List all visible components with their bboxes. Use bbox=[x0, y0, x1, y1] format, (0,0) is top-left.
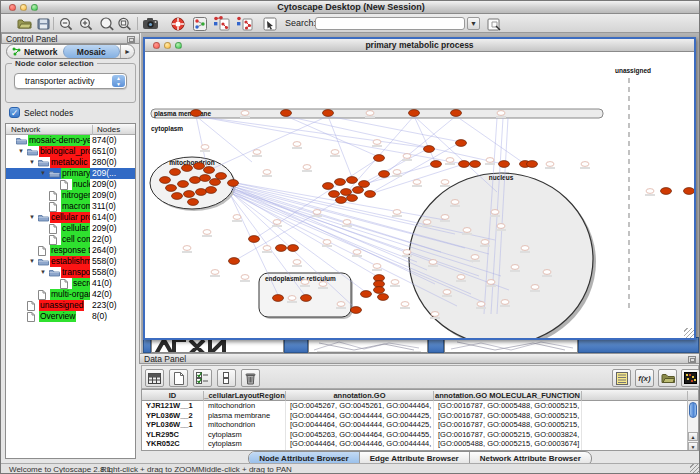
search-config-icon[interactable] bbox=[487, 16, 501, 31]
node-label-stub[interactable] bbox=[365, 116, 375, 118]
node-label-stub[interactable] bbox=[470, 260, 480, 262]
network-node-highlighted[interactable] bbox=[374, 287, 385, 294]
network-node[interactable] bbox=[457, 275, 465, 280]
network-node[interactable] bbox=[501, 300, 509, 305]
table-column-header[interactable]: annotation.GO MOLECULAR_FUNCTION bbox=[434, 391, 582, 401]
network-node-highlighted[interactable] bbox=[301, 295, 312, 302]
network-node[interactable] bbox=[431, 312, 439, 317]
node-label-stub[interactable] bbox=[545, 167, 555, 169]
tree-row[interactable]: mosaic-demo-yeast874(0) bbox=[6, 135, 135, 146]
node-label-stub[interactable] bbox=[450, 205, 460, 207]
node-label-stub[interactable] bbox=[440, 185, 450, 187]
network-node-highlighted[interactable] bbox=[347, 195, 358, 202]
node-label-stub[interactable] bbox=[428, 265, 438, 267]
node-label-stub[interactable] bbox=[500, 305, 510, 307]
network-node[interactable] bbox=[241, 111, 249, 116]
network-node[interactable] bbox=[413, 180, 421, 185]
network-node-highlighted[interactable] bbox=[323, 110, 334, 117]
node-label-stub[interactable] bbox=[462, 233, 472, 235]
network-node-highlighted[interactable] bbox=[210, 179, 221, 186]
node-label-stub[interactable] bbox=[262, 175, 272, 177]
node-label-stub[interactable] bbox=[542, 275, 552, 277]
network-node-highlighted[interactable] bbox=[160, 177, 171, 184]
network-node[interactable] bbox=[303, 165, 311, 170]
tree-row[interactable]: response to stimulu264(0) bbox=[6, 245, 135, 256]
zoom-out-icon[interactable] bbox=[59, 16, 73, 31]
network-node-highlighted[interactable] bbox=[273, 295, 284, 302]
node-color-dropdown[interactable]: transporter activity ▲▼ bbox=[14, 73, 127, 89]
table-row[interactable]: YKR052Ccytoplasm[GO:0044464, GO:0044446,… bbox=[142, 439, 698, 449]
network-node-highlighted[interactable] bbox=[379, 171, 390, 178]
import-attributes-icon[interactable] bbox=[658, 369, 677, 387]
network-node[interactable] bbox=[323, 240, 331, 245]
node-label-stub[interactable] bbox=[302, 170, 312, 172]
network-node-highlighted[interactable] bbox=[204, 167, 215, 174]
attribute-list-icon[interactable] bbox=[612, 369, 631, 387]
network-node[interactable] bbox=[443, 290, 451, 295]
network-node-highlighted[interactable] bbox=[182, 165, 193, 172]
network-node[interactable] bbox=[471, 255, 479, 260]
network-node-highlighted[interactable] bbox=[184, 191, 195, 198]
node-label-stub[interactable] bbox=[490, 215, 500, 217]
network-node-highlighted[interactable] bbox=[281, 110, 292, 117]
network-node-highlighted[interactable] bbox=[335, 179, 346, 186]
network-node-highlighted[interactable] bbox=[228, 180, 239, 187]
network-node-highlighted[interactable] bbox=[499, 161, 510, 168]
annotation-icon[interactable] bbox=[263, 16, 277, 31]
network-node[interactable] bbox=[521, 246, 529, 251]
node-label-stub[interactable] bbox=[530, 290, 540, 292]
attribute-table-icon[interactable] bbox=[145, 369, 164, 387]
network-node-highlighted[interactable] bbox=[172, 193, 183, 200]
network-node-highlighted[interactable] bbox=[661, 188, 672, 195]
node-label-stub[interactable] bbox=[400, 307, 410, 309]
node-label-stub[interactable] bbox=[318, 287, 328, 289]
network-node-highlighted[interactable] bbox=[336, 197, 347, 204]
tree-row[interactable]: multi-organism pro42(0) bbox=[6, 289, 135, 300]
network-node-highlighted[interactable] bbox=[200, 175, 211, 182]
app-resize-grip[interactable] bbox=[690, 464, 700, 474]
network-node[interactable] bbox=[263, 246, 271, 251]
table-row[interactable]: YPL036W__2plasma membrane[GO:0044464, GO… bbox=[142, 411, 698, 421]
network-node[interactable] bbox=[403, 154, 411, 159]
table-row[interactable]: YPL036W__1mitochondrion[GO:0044464, GO:0… bbox=[142, 420, 698, 430]
network-node[interactable] bbox=[331, 150, 339, 155]
network-node[interactable] bbox=[263, 170, 271, 175]
node-label-stub[interactable] bbox=[456, 280, 466, 282]
node-label-stub[interactable] bbox=[372, 269, 382, 271]
network-node-highlighted[interactable] bbox=[249, 236, 260, 243]
table-column-header[interactable]: annotation.GO CELLULAR_COMPONENT bbox=[286, 391, 434, 401]
node-label-stub[interactable] bbox=[476, 307, 486, 309]
node-label-stub[interactable] bbox=[240, 280, 250, 282]
network-node-highlighted[interactable] bbox=[424, 146, 435, 153]
network-node-highlighted[interactable] bbox=[323, 183, 334, 190]
tab-mosaic[interactable]: Mosaic bbox=[63, 45, 121, 58]
table-column-header[interactable]: ID bbox=[142, 391, 204, 401]
node-label-stub[interactable] bbox=[272, 225, 282, 227]
tree-row[interactable]: unassigned223(0) bbox=[6, 300, 135, 311]
node-label-stub[interactable] bbox=[390, 285, 400, 287]
node-label-stub[interactable] bbox=[262, 251, 272, 253]
zoom-in-icon[interactable] bbox=[79, 16, 93, 31]
network-node[interactable] bbox=[313, 210, 321, 215]
vizmapper-paste-icon[interactable] bbox=[236, 16, 253, 31]
node-label-stub[interactable] bbox=[402, 255, 412, 257]
tree-row[interactable]: Overview8(0) bbox=[6, 311, 135, 322]
network-node[interactable] bbox=[393, 210, 401, 215]
network-node-highlighted[interactable] bbox=[229, 258, 240, 265]
network-node[interactable] bbox=[497, 224, 505, 229]
tree-expand-arrow[interactable]: ▼ bbox=[29, 214, 35, 220]
tree-row[interactable]: cell communicat22(0) bbox=[6, 234, 135, 245]
unselect-attributes-icon[interactable] bbox=[217, 369, 236, 387]
tree-expand-arrow[interactable]: ▼ bbox=[18, 148, 24, 154]
node-label-stub[interactable] bbox=[402, 159, 412, 161]
tree-row[interactable]: ▼biological_process651(0) bbox=[6, 146, 135, 157]
network-node-highlighted[interactable] bbox=[276, 245, 287, 252]
node-label-stub[interactable] bbox=[445, 163, 455, 165]
float-panel-icon[interactable] bbox=[688, 356, 696, 363]
network-node-highlighted[interactable] bbox=[194, 163, 205, 170]
node-label-stub[interactable] bbox=[292, 265, 302, 267]
network-node[interactable] bbox=[423, 220, 431, 225]
vizmapper-copy-icon[interactable] bbox=[213, 16, 230, 31]
node-label-stub[interactable] bbox=[322, 245, 332, 247]
help-lifesaver-icon[interactable] bbox=[171, 16, 185, 31]
